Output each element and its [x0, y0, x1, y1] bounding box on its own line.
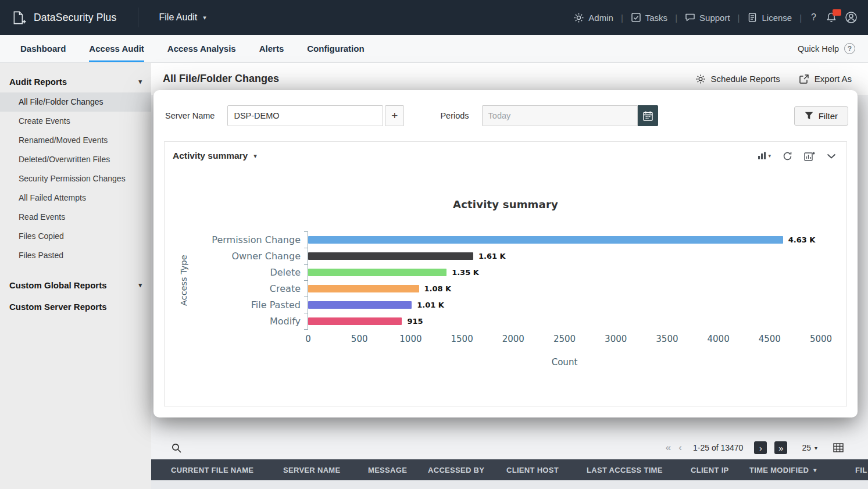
page-size-select[interactable]: 25 ▾ — [802, 443, 817, 452]
periods-value: Today — [488, 111, 511, 120]
add-server-button[interactable]: + — [385, 105, 404, 126]
column-header[interactable]: MESSAGE — [368, 466, 428, 474]
calendar-icon — [642, 110, 653, 122]
bar-modify — [308, 317, 402, 325]
main-nav: Dashboard Access Audit Access Analysis A… — [0, 35, 868, 63]
brand-title: DataSecurity Plus — [34, 12, 117, 24]
x-tick-label: 0 — [305, 334, 311, 344]
user-avatar[interactable] — [845, 11, 858, 24]
tab-alerts[interactable]: Alerts — [259, 35, 284, 62]
tab-access-audit[interactable]: Access Audit — [89, 35, 144, 62]
server-name-value: DSP-DEMO — [234, 111, 279, 120]
tasks-label: Tasks — [645, 13, 667, 23]
report-type-select[interactable]: Activity summary ▾ — [173, 151, 257, 161]
support-link[interactable]: Support — [685, 12, 730, 23]
bar-row: 1.61 K — [308, 248, 820, 264]
column-header[interactable]: ACCESSED BY — [428, 466, 506, 474]
schedule-reports-button[interactable]: Schedule Reports — [695, 74, 780, 84]
last-page-button[interactable]: » — [774, 441, 787, 454]
periods-input[interactable]: Today — [482, 105, 638, 126]
bar-permission-change — [308, 236, 783, 244]
sidebar-section-audit-reports[interactable]: Audit Reports ▾ — [0, 71, 151, 92]
sidebar-item[interactable]: All File/Folder Changes — [0, 92, 151, 112]
separator: | — [799, 13, 802, 23]
admin-link[interactable]: Admin — [573, 12, 613, 23]
notifications-button[interactable] — [826, 12, 837, 23]
column-header-label: SERVER NAME — [283, 466, 340, 474]
tab-dashboard[interactable]: Dashboard — [20, 35, 66, 62]
filter-button[interactable]: Filter — [794, 106, 848, 126]
prev-page-button[interactable]: ‹ — [678, 442, 682, 454]
sidebar-item[interactable]: Files Pasted — [0, 246, 151, 265]
separator: | — [621, 13, 623, 23]
column-header[interactable]: LAST ACCESS TIME — [587, 466, 691, 474]
sidebar-item[interactable]: Renamed/Moved Events — [0, 131, 151, 150]
export-as-button[interactable]: Export As — [799, 74, 852, 84]
app-logo-icon — [12, 10, 27, 25]
x-axis-label: Count — [308, 357, 821, 367]
search-icon[interactable] — [171, 442, 182, 454]
x-tick-label: 3500 — [656, 334, 678, 344]
admin-label: Admin — [588, 13, 613, 23]
sidebar: Audit Reports ▾ All File/Folder ChangesC… — [0, 63, 151, 489]
column-header[interactable]: CLIENT HOST — [506, 466, 587, 474]
category-label: Modify — [198, 313, 308, 329]
column-header-label: CLIENT IP — [691, 466, 729, 474]
bar-chart-icon — [758, 152, 767, 160]
column-header[interactable]: SERVER NAME — [283, 466, 368, 474]
sidebar-item[interactable]: Security Permission Changes — [0, 169, 151, 188]
help-icon[interactable]: ? — [811, 12, 816, 23]
quick-help-button[interactable]: Quick Help ? — [798, 35, 855, 62]
category-label: Create — [198, 280, 308, 297]
add-chart-button[interactable] — [804, 151, 815, 161]
bar-owner-change — [308, 252, 473, 260]
chart-title: Activity summary — [165, 198, 846, 210]
x-tick-label: 3000 — [605, 334, 627, 344]
column-header-label: LAST ACCESS TIME — [587, 466, 663, 474]
sidebar-item[interactable]: Files Copied — [0, 227, 151, 246]
help-circle-icon: ? — [844, 43, 855, 54]
chevron-down-icon: ▾ — [203, 14, 206, 22]
server-name-input[interactable]: DSP-DEMO — [227, 105, 383, 126]
column-header[interactable]: TIME MODIFIED▾ — [749, 466, 855, 474]
refresh-button[interactable] — [783, 151, 792, 161]
y-axis-categories: Permission ChangeOwner ChangeDeleteCreat… — [198, 231, 308, 329]
bar-row: 4.63 K — [308, 231, 820, 248]
x-tick-label: 500 — [351, 334, 368, 344]
sidebar-section-custom-server-reports[interactable]: Custom Server Reports — [0, 296, 151, 317]
calendar-button[interactable] — [638, 105, 658, 126]
sidebar-item[interactable]: Read Events — [0, 208, 151, 227]
admin-gear-icon — [573, 12, 584, 23]
bar-row: 1.01 K — [308, 297, 820, 313]
quick-help-label: Quick Help — [798, 44, 839, 53]
tab-configuration[interactable]: Configuration — [307, 35, 364, 62]
section-title: Custom Server Reports — [9, 302, 107, 312]
column-header-label: FIL — [855, 466, 867, 474]
column-header[interactable]: CLIENT IP — [691, 466, 749, 474]
chart-type-button[interactable]: ▾ — [758, 152, 771, 160]
add-chart-icon — [804, 151, 815, 161]
tasks-link[interactable]: Tasks — [631, 12, 667, 23]
next-page-button[interactable]: › — [754, 441, 767, 454]
module-selector[interactable]: File Audit ▾ — [138, 8, 206, 27]
y-axis-tick — [304, 264, 308, 265]
server-name-label: Server Name — [165, 111, 215, 120]
column-settings-icon[interactable] — [833, 443, 844, 452]
license-link[interactable]: License — [747, 12, 792, 23]
collapse-button[interactable] — [827, 154, 836, 159]
first-page-button[interactable]: « — [666, 442, 671, 454]
column-header-label: ACCESSED BY — [428, 466, 484, 474]
y-axis-tick — [304, 248, 308, 248]
sidebar-item[interactable]: All Failed Attempts — [0, 188, 151, 208]
sidebar-section-custom-global-reports[interactable]: Custom Global Reports ▾ — [0, 274, 151, 296]
column-header[interactable]: CURRENT FILE NAME — [171, 466, 283, 474]
tab-access-analysis[interactable]: Access Analysis — [167, 35, 236, 62]
support-chat-icon — [685, 12, 695, 23]
license-doc-icon — [747, 12, 758, 23]
sidebar-item[interactable]: Deleted/Overwritten Files — [0, 150, 151, 169]
sidebar-item[interactable]: Create Events — [0, 112, 151, 131]
report-panel: Server Name DSP-DEMO + Periods Today Fil… — [153, 90, 858, 417]
category-label: Owner Change — [198, 248, 308, 264]
bar-delete — [308, 269, 446, 276]
column-header[interactable]: FIL — [855, 466, 868, 474]
